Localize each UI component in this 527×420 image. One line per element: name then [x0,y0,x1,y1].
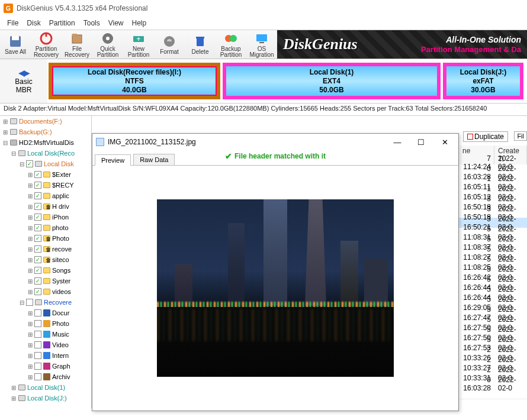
collapse-icon[interactable]: ⊟ [18,299,26,306]
checkbox[interactable] [34,309,41,316]
checkbox[interactable]: ✓ [34,192,41,199]
partition-box-0[interactable]: Local Disk(Recover files)(I:)NTFS40.0GB [49,63,220,99]
checkbox[interactable] [26,299,33,306]
menu-disk[interactable]: Disk [23,18,44,28]
tree-backup[interactable]: Backup(G:) [19,128,52,135]
tree-item[interactable]: ⊞Photo [0,318,91,329]
partition-box-1[interactable]: Local Disk(1)EXT450.0GB [223,63,441,99]
tree-item[interactable]: ⊞✓$RECY [0,180,91,190]
delete-button[interactable]: Delete [185,30,216,59]
checkbox[interactable] [34,320,41,327]
duplicate-button[interactable]: Duplicate [463,131,508,142]
close-button[interactable]: ✕ [435,135,455,148]
expand-icon[interactable]: ⊞ [26,225,34,231]
checkbox[interactable]: ✓ [34,256,41,263]
checkbox[interactable]: ✓ [26,160,33,167]
expand-icon[interactable]: ⊞ [26,203,34,210]
directory-tree[interactable]: ⊞Documents(F:) ⊞Backup(G:) ⊟HD2:MsftVirt… [0,116,92,408]
tree-local-disk[interactable]: Local Disk [44,160,74,167]
tab-preview[interactable]: Preview [95,154,131,166]
expand-icon[interactable]: ⊞ [1,129,9,135]
expand-icon[interactable]: ⊞ [26,214,34,221]
tree-item[interactable]: ⊞✓applic [0,190,91,201]
tree-item[interactable]: ⊞Music [0,329,91,340]
expand-icon[interactable]: ⊞ [26,331,34,338]
checkbox[interactable]: ✓ [34,288,41,295]
expand-icon[interactable]: ⊞ [1,118,9,125]
tree-documents[interactable]: Documents(F:) [19,118,62,125]
checkbox[interactable] [34,331,41,338]
tree-item[interactable]: ⊞✓photo [0,222,91,233]
tree-hd2[interactable]: HD2:MsftVirtualDis [19,139,74,146]
menu-help[interactable]: Help [128,18,150,28]
tree-local-disk-recover[interactable]: Local Disk(Reco [27,150,75,157]
tree-item[interactable]: ⊞Intern [0,350,91,361]
backup-partition-button[interactable]: Backup Partition [216,30,246,59]
tree-local-disk-1[interactable]: Local Disk(1) [27,384,65,391]
tree-item[interactable]: ⊞✓iPhon [0,212,91,222]
tree-item[interactable]: ⊞✓Syster [0,276,91,286]
menu-file[interactable]: File [4,18,22,28]
expand-icon[interactable]: ⊞ [26,310,34,316]
checkbox[interactable] [34,373,41,380]
filter-button[interactable]: Fil [514,131,527,141]
partition-box-2[interactable]: Local Disk(J:)exFAT30.0GB [443,63,523,99]
tree-item[interactable]: ⊞✓siteco [0,254,91,265]
tree-item[interactable]: ⊞Video [0,340,91,350]
expand-icon[interactable]: ⊞ [26,363,34,370]
expand-icon[interactable]: ⊞ [26,257,34,263]
save-all-button[interactable]: Save All [0,30,31,59]
collapse-icon[interactable]: ⊟ [9,150,18,157]
new-partition-button[interactable]: +New Partition [123,30,154,59]
tab-raw-data[interactable]: Raw Data [133,154,175,165]
expand-icon[interactable]: ⊞ [26,278,34,285]
tree-item[interactable]: ⊞Archiv [0,371,91,382]
maximize-button[interactable]: ☐ [411,135,431,148]
expand-icon[interactable]: ⊞ [9,395,18,402]
disk-selector[interactable]: ◀▶ Basic MBR [0,59,47,103]
expand-icon[interactable]: ⊞ [26,353,34,359]
expand-icon[interactable]: ⊞ [26,193,34,199]
tree-item[interactable]: ⊞✓videos [0,286,91,297]
checkbox[interactable]: ✓ [34,235,41,242]
menu-tools[interactable]: Tools [80,18,104,28]
tree-item[interactable]: ⊞✓recove [0,244,91,254]
expand-icon[interactable]: ⊞ [26,267,34,274]
tree-item[interactable]: ⊞✓Photo [0,233,91,244]
partition-recovery-button[interactable]: Partition Recovery [31,30,62,59]
quick-partition-button[interactable]: Quick Partition [92,30,123,59]
preview-title-bar[interactable]: IMG_20211002_113152.jpg — ☐ ✕ [92,134,458,150]
tree-item[interactable]: ⊞✓Songs [0,265,91,276]
expand-icon[interactable]: ⊞ [26,172,34,178]
collapse-icon[interactable]: ⊟ [18,161,26,167]
tree-item[interactable]: ⊞Graph [0,361,91,371]
checkbox[interactable]: ✓ [34,245,41,253]
minimize-button[interactable]: — [387,135,407,148]
expand-icon[interactable]: ⊞ [26,235,34,242]
nav-arrows-icon[interactable]: ◀▶ [18,68,29,77]
expand-icon[interactable]: ⊞ [26,182,34,189]
checkbox[interactable]: ✓ [34,277,41,285]
checkbox[interactable] [34,363,41,370]
checkbox[interactable] [34,352,41,359]
tree-item[interactable]: ⊞✓H driv [0,201,91,212]
table-row[interactable]: 0 16:03:282022-02-0 [458,379,527,389]
checkbox[interactable]: ✓ [34,267,41,274]
expand-icon[interactable]: ⊞ [26,321,34,327]
expand-icon[interactable]: ⊞ [26,246,34,253]
expand-icon[interactable]: ⊞ [26,289,34,295]
expand-icon[interactable]: ⊞ [26,342,34,348]
checkbox[interactable] [34,341,41,348]
tree-item[interactable]: ⊞Docur [0,308,91,318]
file-rows[interactable]: 7 11:24:242022-02-00 16:03:282022-02-01 … [458,157,527,389]
menu-partition[interactable]: Partition [46,18,79,28]
checkbox[interactable]: ✓ [34,214,41,221]
tree-local-disk-j[interactable]: Local Disk(J:) [27,395,67,402]
menu-view[interactable]: View [105,18,127,28]
checkbox[interactable]: ✓ [34,203,41,210]
os-migration-button[interactable]: OS Migration [246,30,277,59]
collapse-icon[interactable]: ⊟ [1,140,9,146]
checkbox[interactable]: ✓ [34,182,41,189]
expand-icon[interactable]: ⊞ [26,374,34,380]
checkbox[interactable]: ✓ [34,171,41,178]
